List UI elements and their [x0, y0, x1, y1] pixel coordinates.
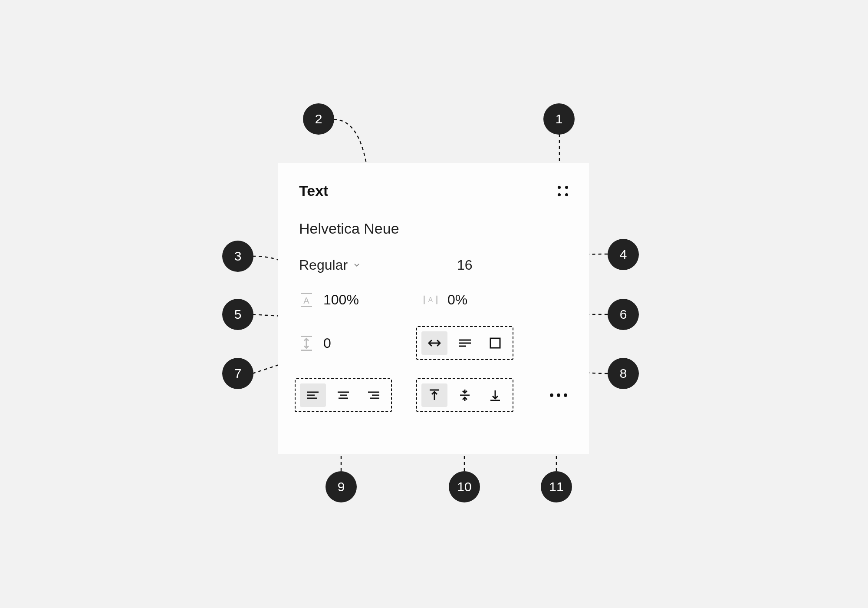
letter-spacing-value: 0%: [447, 292, 467, 308]
align-right-button[interactable]: [361, 383, 387, 407]
callout-badge-4: 4: [608, 239, 639, 270]
font-weight-value: Regular: [299, 257, 348, 273]
font-size-input[interactable]: 16: [457, 257, 473, 273]
line-height-input[interactable]: A 100%: [299, 292, 359, 308]
align-middle-button[interactable]: [452, 383, 478, 407]
paragraph-spacing-input[interactable]: 0: [299, 335, 331, 351]
resize-mode-group: [416, 326, 513, 360]
paragraph-spacing-value: 0: [323, 335, 331, 351]
callout-badge-5: 5: [222, 299, 253, 330]
align-center-button[interactable]: [330, 383, 356, 407]
auto-width-button[interactable]: [421, 331, 447, 355]
svg-text:A: A: [428, 296, 433, 304]
text-styles-icon[interactable]: [558, 186, 568, 196]
auto-height-button[interactable]: [452, 331, 478, 355]
callout-badge-10: 10: [449, 471, 480, 502]
more-options-button[interactable]: [550, 393, 567, 397]
callout-badge-6: 6: [608, 299, 639, 330]
align-left-button[interactable]: [300, 383, 326, 407]
callout-badge-1: 1: [543, 103, 575, 135]
fixed-size-button[interactable]: [482, 331, 508, 355]
text-properties-panel: Text Helvetica Neue Regular 16 A: [278, 163, 589, 454]
callout-badge-8: 8: [608, 358, 639, 389]
callout-badge-3: 3: [222, 241, 253, 272]
svg-text:A: A: [303, 295, 309, 305]
callout-badge-7: 7: [222, 358, 253, 389]
horizontal-align-group: [295, 378, 392, 412]
font-weight-select[interactable]: Regular: [299, 257, 361, 273]
line-height-value: 100%: [323, 292, 359, 308]
align-bottom-button[interactable]: [482, 383, 508, 407]
callout-badge-2: 2: [303, 103, 334, 135]
callout-badge-9: 9: [326, 471, 357, 502]
letter-spacing-input[interactable]: A 0%: [423, 292, 467, 308]
paragraph-spacing-icon: [299, 336, 314, 350]
vertical-align-group: [416, 378, 513, 412]
svg-rect-12: [490, 338, 500, 348]
chevron-down-icon: [353, 261, 361, 269]
letter-spacing-icon: A: [423, 292, 438, 307]
align-top-button[interactable]: [421, 383, 447, 407]
font-family-select[interactable]: Helvetica Neue: [299, 220, 568, 237]
callout-badge-11: 11: [541, 471, 572, 502]
panel-header: Text: [299, 182, 568, 199]
line-height-icon: A: [299, 292, 314, 307]
panel-title: Text: [299, 182, 328, 199]
